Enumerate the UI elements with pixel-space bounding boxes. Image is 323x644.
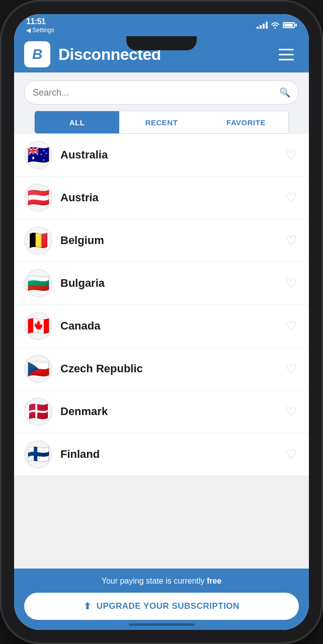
list-item[interactable]: 🇨🇿 Czech Republic ♡ [14, 348, 309, 390]
flag-czech-republic: 🇨🇿 [24, 355, 52, 383]
status-bar: 11:51 ◀ Settings [14, 14, 309, 36]
upgrade-button[interactable]: ⬆ UPGRADE YOUR SUBSCRIPTION [24, 593, 299, 620]
phone-screen: 11:51 ◀ Settings [14, 14, 309, 630]
notch [126, 36, 197, 50]
phone-frame: 11:51 ◀ Settings [0, 0, 323, 644]
flag-denmark: 🇩🇰 [24, 397, 52, 426]
favorite-austria[interactable]: ♡ [283, 190, 299, 206]
app-logo: B [24, 41, 50, 67]
list-item[interactable]: 🇧🇪 Belgium ♡ [14, 219, 309, 262]
tabs: ALL RECENT FAVORITE [34, 111, 289, 134]
favorite-bulgaria[interactable]: ♡ [283, 275, 299, 291]
footer-paying-text: Your paying state is currently free [24, 577, 299, 586]
footer: Your paying state is currently free ⬆ UP… [14, 569, 309, 630]
battery-icon [283, 22, 297, 28]
upgrade-icon: ⬆ [84, 601, 92, 612]
status-left: 11:51 ◀ Settings [26, 17, 54, 34]
list-item[interactable]: 🇦🇺 Australia ♡ [14, 134, 309, 177]
favorite-czech-republic[interactable]: ♡ [283, 361, 299, 377]
signal-icon [257, 22, 268, 29]
flag-canada: 🇨🇦 [24, 312, 52, 340]
tab-recent[interactable]: RECENT [119, 111, 204, 133]
country-name-finland: Finland [60, 448, 283, 461]
flag-belgium: 🇧🇪 [24, 226, 52, 255]
country-name-austria: Austria [60, 191, 283, 204]
flag-australia: 🇦🇺 [24, 141, 52, 169]
country-name-denmark: Denmark [60, 405, 283, 418]
status-time: 11:51 [26, 17, 54, 26]
country-name-bulgaria: Bulgaria [60, 277, 283, 290]
main-area: 🔍 ALL RECENT FAVORITE [14, 72, 309, 630]
list-item[interactable]: 🇫🇮 Finland ♡ [14, 433, 309, 476]
flag-austria: 🇦🇹 [24, 184, 52, 212]
favorite-canada[interactable]: ♡ [283, 318, 299, 334]
country-name-belgium: Belgium [60, 234, 283, 247]
footer-paying-state: free [207, 577, 221, 585]
menu-button[interactable] [279, 44, 299, 64]
upgrade-label: UPGRADE YOUR SUBSCRIPTION [97, 601, 239, 611]
favorite-denmark[interactable]: ♡ [283, 404, 299, 420]
list-item[interactable]: 🇦🇹 Austria ♡ [14, 177, 309, 219]
search-icon: 🔍 [279, 87, 290, 98]
favorite-australia[interactable]: ♡ [283, 147, 299, 163]
country-name-canada: Canada [60, 319, 283, 333]
flag-finland: 🇫🇮 [24, 440, 52, 468]
favorite-finland[interactable]: ♡ [283, 446, 299, 462]
country-name-australia: Australia [60, 148, 283, 162]
wifi-icon [271, 22, 280, 29]
search-section: 🔍 [14, 72, 309, 111]
search-bar: 🔍 [24, 80, 299, 105]
list-item[interactable]: 🇨🇦 Canada ♡ [14, 305, 309, 348]
country-list-inner: 🇦🇺 Australia ♡ 🇦🇹 Austria ♡ 🇧🇪 [14, 134, 309, 476]
app-content: B Disconnected 🔍 [14, 36, 309, 630]
list-item[interactable]: 🇧🇬 Bulgaria ♡ [14, 262, 309, 305]
country-list: 🇦🇺 Australia ♡ 🇦🇹 Austria ♡ 🇧🇪 [14, 134, 309, 569]
flag-bulgaria: 🇧🇬 [24, 269, 52, 297]
country-name-czech-republic: Czech Republic [60, 362, 283, 375]
back-button[interactable]: ◀ Settings [26, 27, 54, 34]
favorite-belgium[interactable]: ♡ [283, 232, 299, 249]
tab-favorite[interactable]: FAVORITE [204, 111, 288, 133]
status-right [257, 22, 297, 29]
search-input[interactable] [33, 88, 275, 98]
tabs-container: ALL RECENT FAVORITE [14, 111, 309, 134]
tab-all[interactable]: ALL [35, 111, 119, 133]
home-indicator [129, 623, 194, 626]
list-item[interactable]: 🇩🇰 Denmark ♡ [14, 390, 309, 433]
